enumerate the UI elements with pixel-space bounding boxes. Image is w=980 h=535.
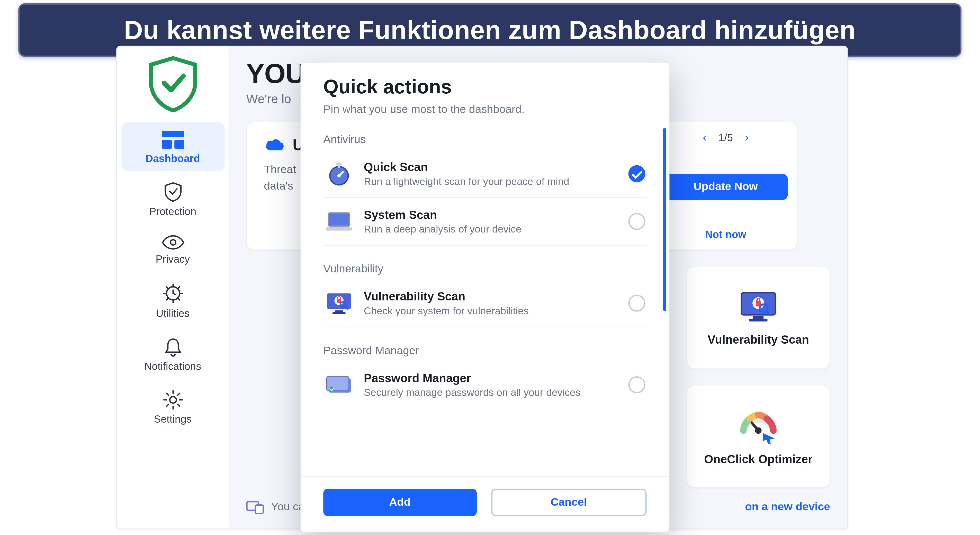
chevron-left-icon[interactable]: ‹ — [703, 131, 706, 144]
monitor-lock-icon — [738, 288, 780, 323]
update-card: ‹ 1/5 › Update Now Not now — [654, 121, 798, 250]
radio-unchecked-icon[interactable] — [628, 295, 645, 312]
radio-unchecked-icon[interactable] — [628, 213, 645, 230]
scrollbar-thumb[interactable] — [663, 128, 666, 311]
chevron-right-icon[interactable]: › — [745, 131, 749, 144]
radio-checked-icon[interactable] — [628, 166, 645, 182]
section-heading-vulnerability: Vulnerability — [323, 263, 646, 276]
option-name: System Scan — [364, 208, 618, 222]
section-heading-password-manager: Password Manager — [323, 344, 646, 358]
gear-clock-icon — [121, 282, 224, 304]
sidebar-item-privacy[interactable]: Privacy — [121, 227, 224, 272]
svg-rect-24 — [329, 213, 350, 226]
section-heading-antivirus: Antivirus — [323, 133, 646, 146]
option-desc: Run a deep analysis of your device — [364, 223, 618, 235]
svg-rect-2 — [174, 140, 184, 149]
sidebar-item-label: Settings — [121, 414, 224, 425]
pager: ‹ 1/5 › — [703, 131, 749, 144]
gauge-cursor-icon — [737, 407, 780, 443]
svg-point-23 — [337, 174, 341, 177]
caption-text: Du kannst weitere Funktionen zum Dashboa… — [124, 16, 856, 45]
gear-icon — [121, 389, 224, 410]
option-quick-scan[interactable]: Quick Scan Run a lightweight scan for yo… — [323, 150, 646, 198]
cloud-icon — [264, 137, 286, 153]
radio-unchecked-icon[interactable] — [628, 376, 645, 393]
shield-icon — [121, 182, 224, 202]
install-text-prefix: You ca — [271, 500, 304, 514]
dashboard-icon — [121, 130, 224, 150]
tile-label: Vulnerability Scan — [708, 333, 809, 347]
svg-rect-0 — [162, 131, 184, 137]
monitor-lock-icon — [325, 289, 353, 318]
option-password-manager[interactable]: Password Manager Securely manage passwor… — [323, 361, 646, 408]
svg-point-3 — [170, 240, 175, 245]
sidebar-item-label: Notifications — [121, 361, 224, 373]
option-vulnerability-scan[interactable]: Vulnerability Scan Check your system for… — [323, 280, 646, 327]
option-name: Quick Scan — [364, 161, 618, 174]
eye-icon — [121, 234, 224, 250]
svg-rect-29 — [332, 312, 345, 314]
option-name: Password Manager — [364, 371, 618, 385]
modal-subtitle: Pin what you use most to the dashboard. — [323, 103, 646, 116]
sidebar-item-protection[interactable]: Protection — [121, 174, 224, 224]
svg-rect-28 — [335, 310, 343, 312]
svg-rect-8 — [753, 316, 764, 318]
laptop-icon — [325, 207, 353, 236]
svg-rect-20 — [336, 162, 342, 165]
pager-display: 1/5 — [719, 132, 733, 143]
sidebar-item-dashboard[interactable]: Dashboard — [121, 122, 224, 171]
svg-rect-9 — [749, 318, 767, 321]
sidebar-item-label: Protection — [121, 206, 224, 218]
option-system-scan[interactable]: System Scan Run a deep analysis of your … — [323, 198, 646, 246]
shield-check-icon — [143, 54, 203, 113]
option-desc: Securely manage passwords on all your de… — [364, 386, 618, 398]
tile-oneclick-optimizer[interactable]: OneClick Optimizer — [687, 385, 830, 488]
svg-point-5 — [169, 396, 176, 403]
sidebar: Dashboard Protection Privacy Utilities — [117, 46, 229, 529]
quick-actions-modal: Quick actions Pin what you use most to t… — [300, 62, 669, 532]
sidebar-item-label: Privacy — [121, 253, 224, 266]
svg-rect-1 — [162, 140, 172, 149]
bell-icon — [121, 336, 224, 357]
modal-title: Quick actions — [323, 76, 646, 98]
install-link[interactable]: on a new device — [745, 500, 830, 514]
tile-label: OneClick Optimizer — [704, 452, 813, 466]
devices-icon — [247, 500, 265, 514]
update-now-button[interactable]: Update Now — [664, 174, 788, 200]
option-desc: Check your system for vulnerabilities — [364, 305, 618, 317]
cancel-button[interactable]: Cancel — [491, 489, 647, 516]
svg-rect-26 — [326, 228, 352, 231]
option-name: Vulnerability Scan — [364, 290, 618, 303]
sidebar-item-label: Utilities — [121, 307, 224, 320]
sidebar-item-notifications[interactable]: Notifications — [121, 329, 224, 379]
sidebar-item-utilities[interactable]: Utilities — [121, 274, 224, 326]
threat-line1: Threat — [264, 163, 296, 176]
not-now-button[interactable]: Not now — [705, 229, 746, 240]
wallet-shield-icon — [325, 370, 353, 399]
svg-rect-17 — [255, 505, 263, 513]
add-button[interactable]: Add — [323, 489, 477, 516]
option-desc: Run a lightweight scan for your peace of… — [364, 175, 618, 187]
sidebar-item-settings[interactable]: Settings — [121, 381, 224, 432]
stopwatch-scan-icon — [325, 159, 353, 188]
svg-line-15 — [752, 422, 758, 430]
tile-vulnerability-scan[interactable]: Vulnerability Scan — [687, 266, 830, 369]
sidebar-item-label: Dashboard — [121, 153, 224, 165]
threat-line2: data's — [264, 180, 293, 192]
